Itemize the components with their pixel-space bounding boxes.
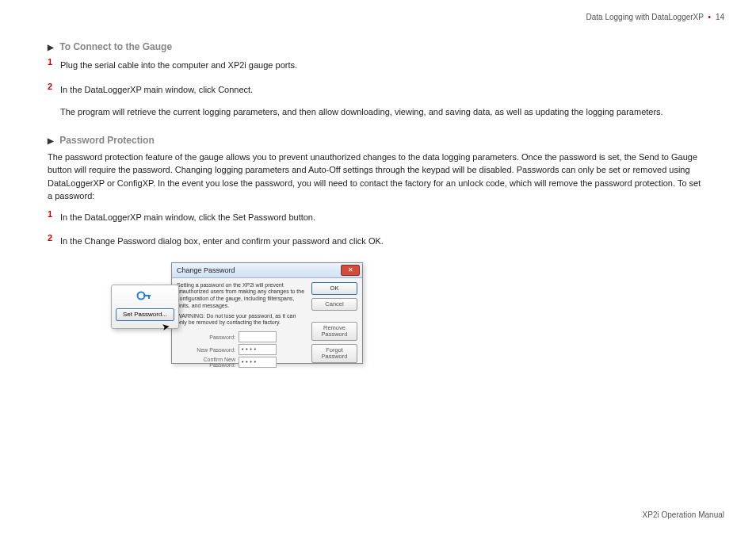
heading-connect: ▶ To Connect to the Gauge — [48, 41, 724, 52]
heading-password: ▶ Password Protection — [48, 135, 724, 146]
change-password-dialog: Change Password ✕ Setting a password on … — [171, 262, 363, 364]
triangle-icon: ▶ — [48, 136, 54, 145]
confirm-password-label: Confirm New Password: — [177, 357, 235, 368]
password-intro: The password protection feature of the g… — [48, 151, 705, 203]
svg-rect-2 — [148, 295, 150, 299]
connect-step-1: 1 Plug the serial cable into the compute… — [48, 57, 724, 78]
ok-button[interactable]: OK — [311, 282, 357, 295]
page-header: Data Logging with DataLoggerXP • 14 — [586, 13, 724, 21]
dialog-message: Setting a password on the XP2i will prev… — [177, 282, 307, 310]
password-step-1: 1 In the DataLoggerXP main window, click… — [48, 209, 724, 231]
bullet-icon: • — [708, 13, 712, 21]
password-row: Password: — [177, 331, 307, 342]
set-password-button[interactable]: Set Password... — [116, 308, 174, 321]
new-password-label: New Password: — [177, 347, 235, 353]
forgot-password-button[interactable]: Forgot Password — [311, 344, 357, 363]
new-password-input[interactable]: •••• — [239, 344, 277, 355]
header-section: Data Logging with DataLoggerXP — [586, 13, 704, 21]
cancel-button[interactable]: Cancel — [311, 298, 357, 311]
connect-detail: The program will retrieve the current lo… — [60, 105, 718, 119]
password-step-2: 2 In the Change Password dialog box, ent… — [48, 233, 724, 254]
confirm-password-row: Confirm New Password: •••• — [177, 357, 307, 368]
page-number: 14 — [716, 13, 724, 21]
step-number: 2 — [48, 233, 55, 254]
triangle-icon: ▶ — [48, 43, 54, 52]
dialog-warning: WARNING: Do not lose your password, as i… — [177, 313, 307, 327]
old-password-label: Password: — [177, 334, 235, 340]
new-password-row: New Password: •••• — [177, 344, 307, 355]
remove-password-button[interactable]: Remove Password — [311, 322, 357, 341]
confirm-password-input[interactable]: •••• — [239, 357, 277, 368]
dialog-titlebar: Change Password ✕ — [172, 263, 362, 278]
close-icon[interactable]: ✕ — [341, 265, 360, 276]
lock-key-icon — [112, 289, 178, 305]
old-password-input[interactable] — [239, 331, 277, 342]
connect-step-2: 2 In the DataLoggerXP main window, click… — [48, 82, 724, 103]
step-number: 1 — [48, 209, 55, 231]
page-footer: XP2i Operation Manual — [643, 510, 724, 519]
figure-change-password: Set Password... ➤ Change Password ✕ Sett… — [111, 262, 428, 365]
step-number: 2 — [48, 82, 55, 103]
step-number: 1 — [48, 57, 55, 78]
dialog-title-text: Change Password — [177, 266, 235, 274]
